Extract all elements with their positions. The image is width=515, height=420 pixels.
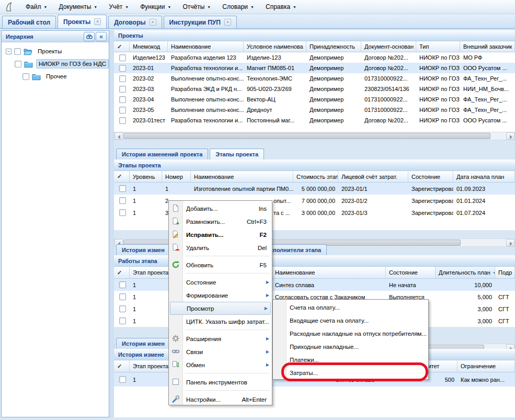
submenu-item[interactable]: Платежи... — [273, 353, 428, 366]
column-header[interactable]: Подр — [495, 267, 515, 279]
table-row[interactable]: Изделие123Разработка изделия 123Изделие-… — [114, 52, 515, 63]
main-tab[interactable]: Договоры× — [108, 16, 162, 28]
column-header[interactable]: Стоимость этапа — [293, 171, 338, 183]
context-menu-item[interactable]: Состояние▶ — [169, 276, 272, 289]
column-header[interactable]: ✓ — [114, 171, 130, 183]
context-menu-item[interactable]: ЦИТК. Указать шифр затрат... — [169, 315, 272, 328]
table-row[interactable]: 2023-03Разработка ЭКД и РКД н...905-U020… — [114, 84, 515, 94]
row-checkbox[interactable] — [119, 317, 126, 324]
main-tab[interactable]: Проекты× — [58, 15, 107, 28]
context-menu-item[interactable]: Добавить...Ins — [169, 202, 272, 215]
scroll-left-arrow-icon[interactable] — [115, 132, 123, 140]
checkbox[interactable] — [15, 61, 21, 67]
context-menu-item[interactable]: Связи▶ — [169, 345, 272, 358]
close-icon[interactable]: × — [224, 19, 231, 26]
submenu-item[interactable]: Счета на оплату... — [273, 301, 428, 314]
row-checkbox[interactable] — [119, 117, 126, 124]
column-header[interactable]: Внешний заказчик — [460, 41, 515, 52]
close-icon[interactable]: × — [150, 19, 156, 26]
table-row[interactable]: 2023-01тестРазработка технологии и...Пос… — [114, 115, 515, 126]
context-menu-item[interactable]: Панель инструментов — [169, 376, 272, 389]
context-menu-item[interactable]: Настройки...Alt+Enter — [169, 393, 272, 406]
section-tab[interactable]: Этапы проекта — [210, 149, 264, 160]
column-header[interactable]: Тип — [416, 41, 460, 52]
row-checkbox[interactable] — [119, 107, 126, 113]
row-checkbox[interactable] — [119, 75, 126, 82]
column-header[interactable]: Этап проекта — [130, 267, 173, 279]
table-row[interactable]: 2023-01Разработка технологии и...Магнит … — [114, 63, 515, 73]
column-header[interactable]: ✓ — [114, 360, 130, 372]
checkbox[interactable] — [22, 73, 29, 80]
context-menu-item[interactable]: Исправить...F2 — [169, 228, 272, 241]
menubar-item[interactable]: Отчёты▼ — [182, 3, 211, 10]
cell: 1 — [162, 183, 191, 195]
collapse-panel-button[interactable]: « — [96, 32, 107, 41]
splitter[interactable] — [109, 30, 114, 417]
menubar-item[interactable]: Функции▼ — [140, 3, 171, 10]
menubar-item[interactable]: Учёт▼ — [109, 3, 129, 10]
row-checkbox[interactable] — [119, 54, 126, 61]
column-header[interactable]: Документ-основан — [361, 41, 416, 52]
column-header[interactable]: Принадлежность — [306, 41, 361, 52]
context-menu-item[interactable]: Формирование▶ — [169, 289, 272, 302]
column-header[interactable]: Длительность план▼ — [436, 267, 495, 279]
table-row[interactable]: 2023-04Выполнение опытно-конс...Вектор-А… — [114, 94, 515, 105]
submenu-item[interactable]: Затраты... — [273, 366, 428, 379]
row-checkbox[interactable] — [119, 281, 126, 288]
column-header[interactable]: Наименование — [168, 41, 244, 52]
caret-down-icon: ▼ — [168, 5, 171, 9]
column-header[interactable]: Лицевой счёт затрат. — [338, 171, 408, 183]
column-header[interactable]: Мнемокод — [130, 41, 168, 52]
row-checkbox[interactable] — [119, 209, 126, 216]
column-header[interactable]: ✓ — [114, 267, 130, 279]
submenu-item[interactable]: Приходные накладные... — [273, 340, 428, 353]
tree-item[interactable]: НИОКР по ГОЗ без НДС — [2, 58, 109, 70]
scroll-right-arrow-icon[interactable] — [506, 132, 514, 140]
submenu-item[interactable]: Расходные накладные на отпуск потребител… — [273, 327, 428, 340]
table-row[interactable]: 11Изготовление опытной партии ПМ0...5 00… — [114, 183, 515, 195]
column-header[interactable]: Состояние — [386, 267, 436, 279]
column-header[interactable]: Уровень — [130, 171, 162, 183]
tree-item[interactable]: −Проекты — [2, 45, 109, 58]
row-checkbox[interactable] — [119, 185, 126, 192]
submenu-item[interactable]: Входящие счета на оплату... — [273, 314, 428, 327]
menubar-item[interactable]: Справка▼ — [266, 3, 296, 10]
context-menu-item[interactable]: Обмен▶ — [169, 358, 272, 371]
context-menu-item[interactable]: Просмотр▶ — [170, 302, 271, 315]
main-tab[interactable]: Инструкции ПУП× — [164, 16, 237, 28]
checkbox[interactable] — [14, 48, 21, 55]
column-header[interactable]: Наименование — [191, 171, 293, 183]
context-menu-item[interactable]: Размножить...Ctrl+F3 — [169, 215, 272, 228]
column-header[interactable]: Наименование — [272, 267, 386, 279]
row-checkbox[interactable] — [119, 376, 126, 383]
context-menu-item[interactable]: Расширения▶ — [169, 332, 272, 345]
row-checkbox[interactable] — [119, 96, 126, 103]
main-tab[interactable]: Рабочий стол — [2, 16, 56, 28]
column-header[interactable]: Условное наименова — [244, 41, 306, 52]
scroll-thumb[interactable] — [123, 133, 490, 139]
tree-item[interactable]: Прочее — [2, 70, 109, 83]
row-checkbox[interactable] — [119, 197, 126, 204]
column-header[interactable]: Дата начала план — [453, 171, 515, 183]
column-header[interactable]: ✓ — [114, 41, 130, 52]
table-row[interactable]: 2023-02Выполнение опытно-конс...Технолог… — [114, 73, 515, 84]
table-row[interactable]: 2023-05Выполнение опытно-конс...Дредноут… — [114, 105, 515, 115]
row-checkbox[interactable] — [119, 65, 126, 72]
column-header[interactable]: Состояние — [408, 171, 453, 183]
menubar-item[interactable]: Файл▼ — [26, 3, 47, 10]
row-checkbox[interactable] — [119, 305, 126, 312]
menubar-item[interactable]: Словари▼ — [222, 3, 254, 10]
find-button[interactable] — [84, 32, 95, 41]
context-menu-item[interactable]: ОбновитьF5 — [169, 258, 272, 271]
expander-icon[interactable]: − — [6, 49, 12, 54]
column-header[interactable]: Ограничение — [457, 360, 515, 372]
close-icon[interactable]: × — [94, 18, 101, 25]
row-checkbox[interactable] — [119, 86, 126, 93]
section-tab[interactable]: История изменений проекта — [116, 149, 208, 160]
column-header[interactable]: Этап проекта — [130, 360, 173, 372]
column-header[interactable]: Номер — [162, 171, 191, 183]
projects-h-scrollbar[interactable] — [114, 132, 515, 140]
context-menu-item[interactable]: УдалитьDel — [169, 241, 272, 254]
menubar-item[interactable]: Документы▼ — [59, 3, 97, 10]
row-checkbox[interactable] — [119, 293, 126, 300]
